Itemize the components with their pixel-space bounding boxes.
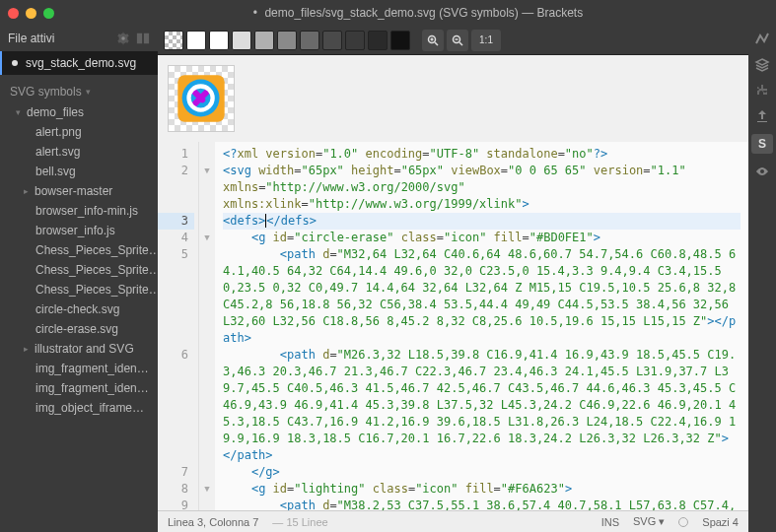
tree-item-label: demo_files [27, 105, 84, 119]
tree-item-label: img_object_iframe… [35, 401, 144, 415]
tree-item-label: img_fragment_iden… [35, 381, 149, 395]
tree-item-label: circle-check.svg [35, 302, 119, 316]
disclosure-icon: ▾ [16, 107, 21, 117]
svg-symbols-icon[interactable]: S [751, 134, 773, 154]
zoom-in-button[interactable] [422, 30, 444, 51]
tree-item-label: Chess_Pieces_Sprite… [35, 243, 158, 257]
tree-item-label: img_fragment_iden… [35, 362, 149, 375]
open-file-tab[interactable]: svg_stack_demo.svg [0, 51, 158, 75]
tree-item-label: Chess_Pieces_Sprite… [35, 283, 158, 297]
layers-icon[interactable] [754, 57, 770, 73]
disclosure-icon: ▸ [24, 344, 29, 354]
zoom-fit-button[interactable]: 1:1 [471, 30, 501, 51]
file-item[interactable]: img_fragment_iden… [6, 378, 158, 398]
close-window-icon[interactable] [8, 8, 19, 19]
language-mode[interactable]: SVG ▾ [633, 515, 665, 528]
file-item[interactable]: browser_info.js [6, 221, 158, 240]
status-bar: Linea 3, Colonna 7 — 15 Linee INS SVG ▾ … [158, 510, 748, 532]
color-swatch[interactable] [232, 31, 251, 50]
file-item[interactable]: circle-check.svg [6, 299, 158, 319]
eye-icon[interactable] [754, 164, 770, 179]
window-title: • demo_files/svg_stack_demo.svg (SVG sym… [68, 6, 768, 20]
code-editor[interactable]: 123456789 ▼▼▼ <?xml version="1.0" encodi… [158, 142, 748, 510]
traffic-lights [8, 8, 54, 19]
export-icon[interactable] [754, 108, 770, 124]
sidebar-header-label: File attivi [8, 32, 54, 45]
disclosure-icon: ▸ [24, 186, 29, 196]
line-count: — 15 Linee [272, 516, 327, 528]
editor-area: 1:1 123456789 ▼▼▼ <?xml version="1.0" en… [158, 26, 748, 532]
project-name: SVG symbols [10, 85, 82, 99]
window-titlebar: • demo_files/svg_stack_demo.svg (SVG sym… [0, 0, 776, 26]
open-file-label: svg_stack_demo.svg [26, 56, 136, 70]
swatch-row [186, 31, 410, 50]
preview-toolbar: 1:1 [158, 26, 748, 55]
zoom-out-button[interactable] [447, 30, 468, 51]
file-item[interactable]: bell.svg [6, 162, 158, 181]
fold-gutter[interactable]: ▼▼▼ [199, 142, 215, 510]
color-swatch[interactable] [186, 31, 206, 50]
svg-preview [158, 55, 748, 142]
color-swatch[interactable] [345, 31, 365, 50]
svg-line-3 [435, 42, 438, 45]
tree-item-label: Chess_Pieces_Sprite… [35, 263, 158, 277]
dirty-indicator: • [253, 6, 257, 20]
color-swatch[interactable] [209, 31, 229, 50]
tree-item-label: alert.svg [35, 145, 80, 159]
cursor-position[interactable]: Linea 3, Colonna 7 [168, 516, 258, 528]
lint-status-icon[interactable] [678, 517, 688, 527]
split-view-icon[interactable] [136, 32, 150, 45]
chevron-down-icon: ▾ [86, 87, 91, 97]
file-item[interactable]: alert.svg [6, 142, 158, 162]
color-swatch[interactable] [254, 31, 274, 50]
file-tree: ▾demo_filesalert.pngalert.svgbell.svg▸bo… [0, 102, 158, 532]
tree-item-label: illustrator and SVG [35, 342, 134, 356]
sidebar: File attivi svg_stack_demo.svg SVG symbo… [0, 26, 158, 532]
title-text: demo_files/svg_stack_demo.svg (SVG symbo… [264, 6, 583, 20]
open-files: svg_stack_demo.svg [0, 51, 158, 75]
tree-item-label: alert.png [35, 125, 82, 139]
file-item[interactable]: circle-erase.svg [6, 319, 158, 339]
file-item[interactable]: img_fragment_iden… [6, 359, 158, 378]
tree-item-label: bowser-master [35, 184, 112, 198]
sidebar-header: File attivi [0, 26, 158, 51]
zoom-window-icon[interactable] [43, 8, 54, 19]
gear-icon[interactable] [116, 32, 130, 45]
extension-toolbar: S [748, 26, 776, 532]
color-swatch[interactable] [277, 31, 297, 50]
folder-item[interactable]: ▸bowser-master [6, 181, 158, 201]
color-swatch[interactable] [322, 31, 342, 50]
line-gutter: 123456789 [158, 142, 199, 510]
file-item[interactable]: browser_info-min.js [6, 201, 158, 221]
extension-manager-icon[interactable] [754, 83, 770, 99]
file-item[interactable]: Chess_Pieces_Sprite… [6, 280, 158, 299]
indent-setting[interactable]: Spazi 4 [702, 516, 739, 528]
file-item[interactable]: Chess_Pieces_Sprite… [6, 260, 158, 280]
dirty-dot-icon [12, 60, 18, 66]
swatch-transparent[interactable] [164, 31, 183, 50]
file-item[interactable]: img_object_iframe… [6, 398, 158, 418]
tree-item-label: browser_info-min.js [35, 204, 138, 218]
folder-item[interactable]: ▸illustrator and SVG [6, 339, 158, 359]
live-preview-icon[interactable] [754, 32, 770, 47]
folder-item[interactable]: ▾demo_files [6, 102, 158, 122]
tree-item-label: circle-erase.svg [35, 322, 118, 336]
tree-item-label: bell.svg [35, 165, 76, 178]
svg-rect-0 [137, 33, 142, 44]
svg-line-7 [459, 42, 462, 45]
color-swatch[interactable] [390, 31, 410, 50]
color-swatch[interactable] [300, 31, 319, 50]
file-item[interactable]: alert.png [6, 122, 158, 142]
tree-item-label: browser_info.js [35, 224, 115, 237]
svg-rect-1 [144, 33, 149, 44]
code-text[interactable]: <?xml version="1.0" encoding="UTF-8" sta… [215, 142, 748, 510]
project-section-title[interactable]: SVG symbols ▾ [0, 75, 158, 102]
color-swatch[interactable] [368, 31, 388, 50]
preview-thumbnail [168, 65, 235, 132]
file-item[interactable]: Chess_Pieces_Sprite… [6, 240, 158, 260]
minimize-window-icon[interactable] [26, 8, 36, 19]
insert-mode[interactable]: INS [601, 516, 619, 528]
